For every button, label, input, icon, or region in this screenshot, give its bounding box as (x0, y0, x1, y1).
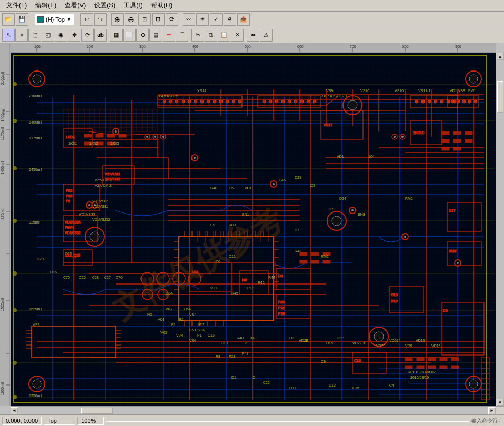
export-button[interactable]: 📤 (237, 13, 250, 26)
drc-icon: ✓ (214, 16, 218, 23)
svg-rect-190 (311, 260, 319, 263)
trace-tool[interactable]: ━ (163, 29, 175, 42)
copy-icon: ⧉ (209, 32, 213, 38)
menu-settings[interactable]: 设置(S) (90, 0, 119, 11)
arc-tool[interactable]: ⌒ (176, 29, 188, 42)
svg-text:400: 400 (192, 45, 198, 48)
svg-text:C5: C5 (229, 186, 234, 190)
svg-text:VS11-1: VS11-1 (418, 89, 430, 93)
pcb-canvas[interactable]: VS2 1K01 1K02 1K03 V2:VCM 1 V2:VCM 2 VD1… (11, 53, 496, 406)
svg-text:3 4 5 6 7 8 9: 3 4 5 6 7 8 9 (158, 94, 178, 98)
delete-button[interactable]: ✕ (231, 29, 244, 42)
paste-button[interactable]: 📋 (218, 29, 230, 42)
scroll-down-button[interactable]: ▼ (497, 399, 504, 406)
measure-button[interactable]: ⇔ (247, 29, 259, 42)
svg-text:C4: C4 (389, 383, 394, 387)
open-button[interactable]: 📂 (2, 13, 15, 26)
redo-button[interactable]: ↪ (94, 13, 107, 26)
ruler-mark-2100: 2100mil (1, 72, 4, 85)
rotate-icon: ⟳ (85, 32, 90, 38)
svg-text:1K01: 1K01 (68, 141, 77, 145)
zoom-fit-button[interactable]: ⊡ (138, 13, 151, 26)
svg-text:P26: P26 (278, 312, 285, 316)
svg-text:V04: V04 (176, 333, 183, 337)
drill-tool[interactable]: ◉ (55, 29, 67, 42)
print-button[interactable]: 🖨 (224, 13, 236, 26)
svg-text:D17: D17 (449, 209, 456, 212)
scrollbar-horizontal[interactable]: ◄ ► (11, 406, 496, 414)
svg-text:D29: D29 (295, 176, 301, 179)
svg-text:R40: R40 (210, 186, 217, 190)
cross-tool[interactable]: ⌖ (15, 29, 28, 42)
menu-help[interactable]: 帮助(H) (147, 0, 177, 11)
zoom-in-button[interactable]: ⊕ (111, 13, 124, 26)
layer-selector[interactable]: (H) Top ▼ (35, 14, 74, 25)
highlight-button[interactable]: ☀ (196, 13, 209, 26)
svg-point-126 (440, 100, 443, 103)
scroll-track-vertical[interactable] (496, 60, 504, 399)
area-select-tool[interactable]: ◰ (42, 29, 54, 42)
scroll-track-horizontal[interactable] (18, 407, 488, 414)
scroll-thumb-vertical[interactable] (497, 81, 503, 113)
via-tool[interactable]: ⊕ (136, 29, 149, 42)
drc2-button[interactable]: ⚠ (260, 29, 273, 42)
scroll-corner (496, 406, 504, 414)
menu-view[interactable]: 查看(V) (61, 0, 90, 11)
save-button[interactable]: 💾 (16, 13, 28, 26)
svg-text:V03: V03 (160, 331, 167, 334)
refresh-button[interactable]: ⟳ (166, 13, 178, 26)
zoom-out-button[interactable]: ⊖ (125, 13, 137, 26)
svg-point-142 (404, 236, 406, 238)
undo-button[interactable]: ↩ (80, 13, 93, 26)
svg-text:C9: C9 (321, 360, 326, 363)
svg-text:R1: R1 (179, 318, 184, 321)
svg-text:C10: C10 (391, 293, 398, 297)
svg-text:RM1: RM1 (321, 255, 329, 258)
grid-button[interactable]: ⊞ (152, 13, 165, 26)
cut-button[interactable]: ✂ (191, 29, 204, 42)
route-button[interactable]: 〰 (183, 13, 195, 26)
svg-text:D13: D13 (329, 383, 336, 387)
svg-text:R43: R43 (295, 249, 301, 253)
svg-text:1175mil: 1175mil (29, 136, 42, 140)
svg-rect-177 (417, 358, 424, 361)
svg-text:V2:VCM2: V2:VCM2 (105, 177, 120, 181)
copper-tool[interactable]: ▤ (149, 29, 162, 42)
scrollbar-vertical[interactable]: ▲ ▼ (496, 53, 504, 406)
menu-tools[interactable]: 工具(I) (119, 0, 146, 11)
svg-text:VD1VS84: VD1VS84 (65, 220, 81, 224)
scroll-left-button[interactable]: ◄ (11, 407, 18, 414)
svg-text:D22, Q25: D22, Q25 (65, 253, 80, 258)
move-tool[interactable]: ✥ (68, 29, 80, 42)
svg-text:D: D (253, 376, 255, 379)
menu-file[interactable]: 文件(F) (2, 0, 31, 11)
box-select-tool[interactable]: ⬚ (28, 29, 41, 42)
component-tool[interactable]: ▦ (110, 29, 123, 42)
component-icon: ▦ (114, 32, 119, 38)
svg-point-322 (474, 100, 477, 103)
svg-point-193 (146, 136, 148, 138)
pad-tool[interactable]: ⬜ (123, 29, 136, 42)
copy-button[interactable]: ⧉ (205, 29, 217, 42)
scroll-thumb-horizontal[interactable] (81, 408, 113, 414)
pad-icon: ⬜ (126, 32, 133, 38)
box-select-icon: ⬚ (32, 32, 37, 38)
scroll-right-button[interactable]: ► (488, 407, 496, 414)
scroll-up-button[interactable]: ▲ (497, 53, 504, 60)
svg-text:200: 200 (87, 45, 93, 48)
rotate-tool[interactable]: ⟳ (81, 29, 94, 42)
svg-text:VS9: VS9 (326, 89, 333, 93)
svg-point-138 (273, 183, 275, 185)
svg-text:P22: P22 (278, 306, 285, 310)
delete-icon: ✕ (235, 32, 240, 38)
export-icon: 📤 (240, 16, 247, 23)
svg-text:D16: D16 (50, 270, 57, 274)
svg-text:D24: D24 (339, 197, 346, 200)
svg-text:D19: D19 (391, 299, 398, 303)
arc-icon: ⌒ (179, 31, 185, 39)
drc-button[interactable]: ✓ (210, 13, 223, 26)
svg-text:VD1: VD1 (245, 186, 252, 190)
menu-edit[interactable]: 编辑(E) (31, 0, 61, 11)
select-tool[interactable]: ↖ (2, 29, 15, 42)
text-tool[interactable]: ab (94, 29, 107, 42)
